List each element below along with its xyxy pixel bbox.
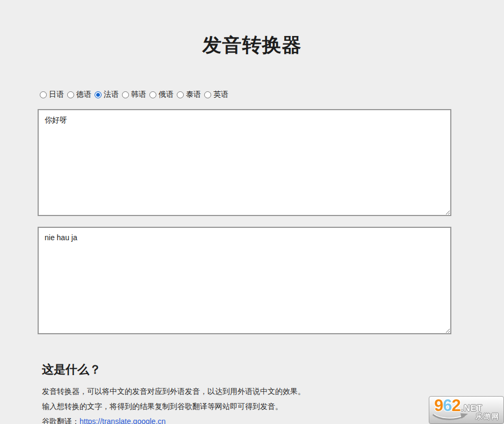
radio-label: 泰语 [186, 90, 201, 99]
radio-icon[interactable] [204, 91, 211, 98]
radio-icon[interactable] [40, 91, 47, 98]
radio-option-japanese[interactable]: 日语 [40, 90, 64, 99]
info-section: 这是什么？ 发音转换器，可以将中文的发音对应到外语发音，以达到用外语说中文的效果… [38, 362, 451, 424]
link-prefix: 谷歌翻译： [42, 417, 80, 424]
radio-option-german[interactable]: 德语 [67, 90, 91, 99]
radio-option-russian[interactable]: 俄语 [149, 90, 174, 99]
watermark-bottom-row: 乐游网 [432, 412, 500, 421]
radio-icon[interactable] [177, 91, 184, 98]
radio-label: 韩语 [131, 90, 146, 99]
radio-icon[interactable] [95, 91, 102, 98]
radio-icon[interactable] [67, 91, 74, 98]
main-content: 日语 德语 法语 韩语 俄语 泰语 英语 你好呀 nie hau ja 这是什么 [38, 89, 451, 424]
info-paragraph-3: 谷歌翻译：https://translate.google.cn [42, 416, 451, 424]
source-text-input[interactable]: 你好呀 [38, 109, 451, 216]
radio-label: 德语 [76, 90, 91, 99]
swoosh-arrow-icon [432, 413, 469, 421]
info-paragraph-1: 发音转换器，可以将中文的发音对应到外语发音，以达到用外语说中文的效果。 [42, 386, 451, 397]
result-text-output[interactable]: nie hau ja [38, 227, 451, 334]
962net-watermark: 962 .NET 乐游网 [429, 396, 504, 424]
radio-option-english[interactable]: 英语 [204, 90, 228, 99]
info-heading: 这是什么？ [42, 362, 451, 377]
watermark-site-label: 乐游网 [476, 412, 500, 421]
radio-option-thai[interactable]: 泰语 [177, 90, 201, 99]
language-radio-group: 日语 德语 法语 韩语 俄语 泰语 英语 [40, 89, 451, 100]
radio-label: 英语 [213, 90, 228, 99]
radio-label: 法语 [104, 90, 119, 99]
radio-icon[interactable] [149, 91, 156, 98]
info-paragraph-2: 输入想转换的文字，将得到的结果复制到谷歌翻译等网站即可得到发音。 [42, 401, 451, 412]
radio-label: 俄语 [159, 90, 174, 99]
page-title: 发音转换器 [0, 33, 504, 57]
radio-icon[interactable] [122, 91, 129, 98]
radio-option-french[interactable]: 法语 [95, 90, 119, 99]
radio-option-korean[interactable]: 韩语 [122, 90, 146, 99]
radio-label: 日语 [49, 90, 64, 99]
google-translate-link[interactable]: https://translate.google.cn [80, 417, 165, 424]
